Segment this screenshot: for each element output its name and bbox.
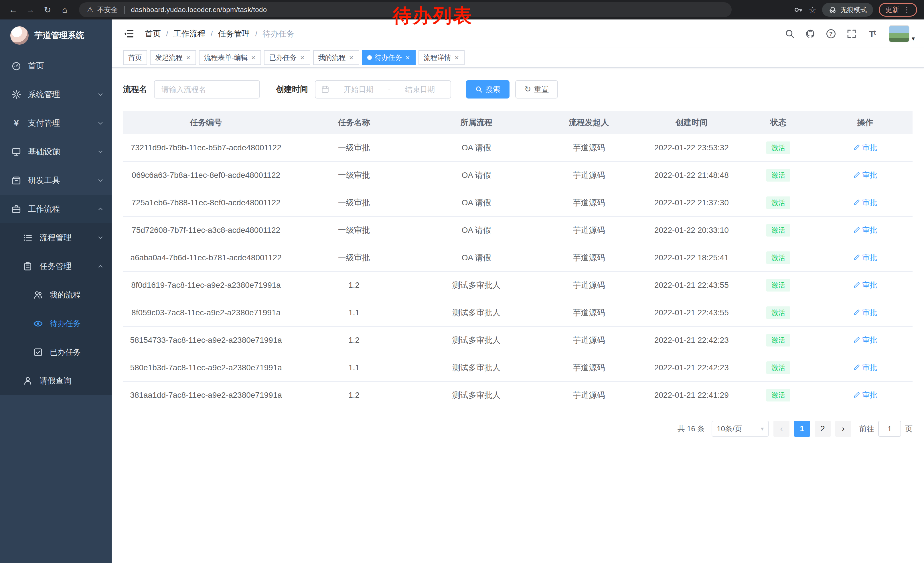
tab-home[interactable]: 首页 (123, 50, 147, 65)
home-icon[interactable]: ⌂ (57, 2, 72, 17)
table-row: 069c6a63-7b8a-11ec-8ef0-acde48001122 一级审… (123, 162, 912, 189)
forward-icon[interactable]: → (23, 2, 38, 17)
chevron-up-icon (98, 263, 104, 269)
prev-page-button[interactable]: ‹ (773, 421, 789, 437)
process-cell: 测试多审批人 (419, 354, 534, 381)
calendar-icon (321, 86, 329, 93)
sidebar-collapse-icon[interactable] (121, 26, 137, 42)
user-menu[interactable]: ▾ (889, 25, 915, 42)
action-cell: 审批 (818, 354, 912, 381)
starter-cell: 芋道源码 (534, 272, 644, 299)
page-size-select[interactable]: 10条/页 ▾ (712, 421, 769, 437)
process-cell: 测试多审批人 (419, 272, 534, 299)
approve-link[interactable]: 审批 (853, 335, 878, 345)
status-cell: 激活 (739, 272, 818, 299)
breadcrumb: 首页 / 工作流程 / 任务管理 / 待办任务 (145, 29, 294, 39)
approve-link[interactable]: 审批 (853, 252, 878, 263)
list-icon (23, 233, 33, 243)
starter-cell: 芋道源码 (534, 216, 644, 244)
sidebar-item-devtools[interactable]: 研发工具 (0, 166, 112, 195)
sidebar-item-workflow[interactable]: 工作流程 (0, 195, 112, 224)
browser-chrome: ← → ↻ ⌂ ⚠ 不安全 dashboard.yudao.iocoder.cn… (0, 0, 924, 20)
user-icon (23, 376, 33, 386)
chevron-down-icon (98, 149, 104, 155)
tab-form-edit[interactable]: 流程表单-编辑× (199, 50, 261, 65)
bookmark-star-icon[interactable]: ☆ (808, 5, 816, 15)
approve-link[interactable]: 审批 (853, 308, 878, 318)
approve-link[interactable]: 审批 (853, 225, 878, 235)
app-root: 芋道管理系统 首页 系统管理 ¥ 支付管理 (0, 20, 924, 563)
address-divider (124, 6, 125, 14)
status-badge: 激活 (766, 306, 790, 319)
yen-icon: ¥ (12, 118, 21, 128)
sidebar-item-infrastructure[interactable]: 基础设施 (0, 137, 112, 166)
action-cell: 审批 (818, 326, 912, 354)
close-icon[interactable]: × (349, 54, 354, 61)
breadcrumb-item[interactable]: 首页 (145, 29, 161, 39)
tags-view: 首页 发起流程× 流程表单-编辑× 已办任务× 我的流程× 待办任务× 流程详情… (112, 48, 924, 68)
approve-link[interactable]: 审批 (853, 143, 878, 153)
goto-page-input[interactable] (878, 421, 901, 437)
create-time-cell: 2022-01-21 22:43:55 (644, 299, 739, 326)
app-logo[interactable]: 芋道管理系统 (0, 20, 112, 51)
navbar: 首页 / 工作流程 / 任务管理 / 待办任务 ? Tᵗ ▾ (112, 20, 924, 48)
approve-link[interactable]: 审批 (853, 198, 878, 208)
breadcrumb-item[interactable]: 工作流程 (174, 29, 206, 39)
sidebar-item-system[interactable]: 系统管理 (0, 80, 112, 109)
page-button-1[interactable]: 1 (794, 421, 810, 437)
breadcrumb-item[interactable]: 任务管理 (218, 29, 250, 39)
reset-button[interactable]: ↻ 重置 (515, 80, 558, 99)
create-time-cell: 2022-01-21 22:42:23 (644, 326, 739, 354)
sidebar-item-done-tasks[interactable]: 已办任务 (0, 338, 112, 366)
next-page-button[interactable]: › (835, 421, 851, 437)
password-key-icon[interactable] (794, 5, 803, 14)
task-name-cell: 一级审批 (289, 244, 419, 272)
tab-my-processes[interactable]: 我的流程× (313, 50, 359, 65)
approve-link[interactable]: 审批 (853, 390, 878, 400)
back-icon[interactable]: ← (6, 2, 21, 17)
approve-link[interactable]: 审批 (853, 280, 878, 290)
task-name-cell: 一级审批 (289, 162, 419, 189)
task-id-cell: 725a1eb6-7b88-11ec-8ef0-acde48001122 (123, 189, 289, 216)
sidebar-item-leave-query[interactable]: 请假查询 (0, 366, 112, 395)
process-name-input[interactable] (154, 80, 260, 99)
starter-cell: 芋道源码 (534, 134, 644, 162)
tab-initiate-process[interactable]: 发起流程× (150, 50, 196, 65)
tab-done-tasks[interactable]: 已办任务× (264, 50, 310, 65)
reload-icon[interactable]: ↻ (40, 2, 55, 17)
tab-todo-tasks[interactable]: 待办任务× (362, 50, 416, 65)
help-icon[interactable]: ? (822, 25, 840, 42)
sidebar-item-process-management[interactable]: 流程管理 (0, 224, 112, 252)
sidebar-item-todo-tasks[interactable]: 待办任务 (0, 309, 112, 338)
close-icon[interactable]: × (405, 54, 411, 61)
font-size-icon[interactable]: Tᵗ (864, 25, 881, 42)
tab-process-detail[interactable]: 流程详情× (418, 50, 465, 65)
sidebar-item-task-management[interactable]: 任务管理 (0, 252, 112, 281)
pencil-icon (853, 364, 860, 371)
sidebar-item-home[interactable]: 首页 (0, 51, 112, 80)
browser-window: ← → ↻ ⌂ ⚠ 不安全 dashboard.yudao.iocoder.cn… (0, 0, 924, 563)
fullscreen-icon[interactable] (843, 25, 860, 42)
sidebar-item-payment[interactable]: ¥ 支付管理 (0, 109, 112, 137)
search-button[interactable]: 搜索 (466, 80, 510, 99)
approve-link[interactable]: 审批 (853, 170, 878, 180)
create-time-label: 创建时间 (276, 84, 308, 95)
status-badge: 激活 (766, 389, 790, 401)
sidebar-item-my-processes[interactable]: 我的流程 (0, 281, 112, 309)
close-icon[interactable]: × (250, 54, 256, 61)
search-icon[interactable] (781, 25, 798, 42)
chrome-update-button[interactable]: 更新 ⋮ (879, 3, 917, 17)
page-button-2[interactable]: 2 (814, 421, 831, 437)
pencil-icon (853, 144, 860, 151)
address-bar[interactable]: ⚠ 不安全 dashboard.yudao.iocoder.cn/bpm/tas… (79, 2, 732, 17)
close-icon[interactable]: × (299, 54, 305, 61)
github-icon[interactable] (802, 25, 819, 42)
status-badge: 激活 (766, 362, 790, 374)
pencil-icon (853, 309, 860, 316)
date-range-picker[interactable]: 开始日期 - 结束日期 (315, 80, 451, 99)
task-id-cell: 73211d9d-7b9b-11ec-b5b7-acde48001122 (123, 134, 289, 162)
approve-link[interactable]: 审批 (853, 363, 878, 372)
close-icon[interactable]: × (186, 54, 191, 61)
close-icon[interactable]: × (454, 54, 459, 61)
browser-menu-icon[interactable]: ⋮ (903, 6, 910, 14)
